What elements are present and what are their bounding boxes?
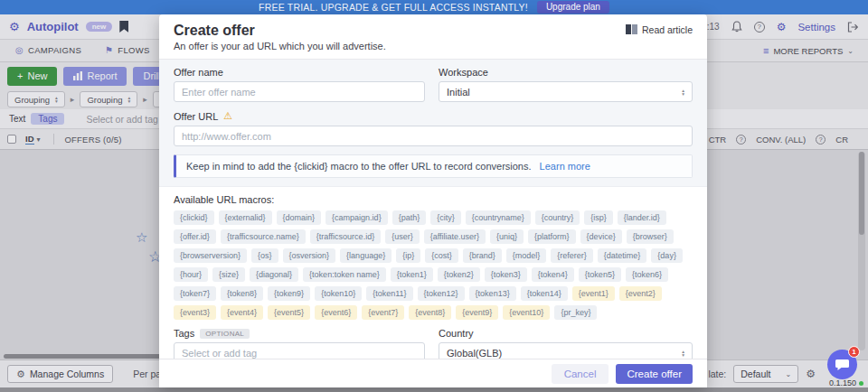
macro-chip[interactable]: {token12} — [418, 286, 465, 301]
macro-chip[interactable]: {token1} — [391, 267, 433, 282]
tags-country-row: Tags OPTIONAL Country Global(GLB) ▴▾ — [174, 328, 693, 359]
macro-chip[interactable]: {event10} — [503, 305, 550, 320]
macro-chip[interactable]: {token6} — [626, 267, 668, 282]
select-arrows-icon: ▴▾ — [682, 89, 684, 96]
macro-chip[interactable]: {ip} — [396, 248, 420, 263]
macro-chip[interactable]: {event4} — [221, 305, 263, 320]
macro-chip[interactable]: {externalid} — [219, 210, 272, 225]
macro-chip[interactable]: {osversion} — [283, 248, 336, 263]
macro-chip[interactable]: {event3} — [174, 305, 216, 320]
tags-input[interactable] — [174, 342, 425, 359]
macro-chip[interactable]: {cost} — [425, 248, 458, 263]
modal-header: Create offer An offer is your ad URL whi… — [159, 14, 707, 60]
macro-chip[interactable]: {pr_key} — [554, 305, 597, 320]
trial-banner: FREE TRIAL. UPGRADE & GET FULL ACCESS IN… — [0, 0, 868, 14]
offer-name-input[interactable] — [174, 81, 425, 102]
macro-chip[interactable]: {token3} — [485, 267, 527, 282]
cancel-button[interactable]: Cancel — [552, 364, 609, 384]
macro-chip[interactable]: {hour} — [174, 267, 208, 282]
macro-chip[interactable]: {uniq} — [490, 229, 524, 244]
workspace-select[interactable]: Initial ▴▾ — [439, 81, 693, 102]
macro-chip[interactable]: {countryname} — [466, 210, 531, 225]
upgrade-plan-button[interactable]: Upgrade plan — [537, 1, 609, 14]
macro-chip[interactable]: {clickid} — [174, 210, 214, 225]
macro-chip[interactable]: {trafficsource.id} — [310, 229, 381, 244]
macro-chip[interactable]: {event1} — [572, 286, 615, 301]
macro-chip[interactable]: {affiliate.user} — [424, 229, 486, 244]
macro-chip[interactable]: {token5} — [579, 267, 621, 282]
trial-message: FREE TRIAL. UPGRADE & GET FULL ACCESS IN… — [259, 2, 528, 13]
macro-chip[interactable]: {size} — [212, 267, 245, 282]
screen: FREE TRIAL. UPGRADE & GET FULL ACCESS IN… — [0, 0, 868, 392]
macro-chip[interactable]: {os} — [251, 248, 278, 263]
macro-chip[interactable]: {token7} — [174, 286, 216, 301]
macro-chip[interactable]: {country} — [535, 210, 580, 225]
learn-more-link[interactable]: Learn more — [540, 161, 590, 172]
macro-chip[interactable]: {token4} — [532, 267, 574, 282]
macro-chip[interactable]: {diagonal} — [250, 267, 298, 282]
macro-chip[interactable]: {day} — [651, 248, 683, 263]
macro-chip[interactable]: {campaign.id} — [326, 210, 388, 225]
book-icon — [626, 24, 637, 34]
macro-chip[interactable]: {event8} — [409, 305, 451, 320]
macro-chip[interactable]: {event6} — [315, 305, 357, 320]
macro-chip[interactable]: {token10} — [315, 286, 362, 301]
offer-name-label: Offer name — [174, 67, 425, 78]
macro-chip[interactable]: {isp} — [584, 210, 613, 225]
macro-chip[interactable]: {offer.id} — [174, 229, 216, 244]
offer-details-section: Offer name Workspace Initial ▴▾ Offer UR… — [159, 60, 707, 187]
macro-chip[interactable]: {event2} — [619, 286, 662, 301]
macro-chip[interactable]: {event7} — [362, 305, 404, 320]
clickid-note: Keep in mind to add the {clickid} macro … — [174, 154, 693, 178]
macro-chip[interactable]: {city} — [430, 210, 461, 225]
macro-chip[interactable]: {event9} — [456, 305, 498, 320]
macro-chip[interactable]: {platform} — [528, 229, 576, 244]
optional-badge: OPTIONAL — [200, 329, 250, 339]
macro-chip[interactable]: {token9} — [268, 286, 310, 301]
macro-chip[interactable]: {device} — [580, 229, 622, 244]
version-number: 0.1.150 — [829, 378, 856, 387]
chat-notification-badge: 1 — [848, 346, 860, 358]
macro-chip[interactable]: {event5} — [268, 305, 310, 320]
macro-chip[interactable]: {referer} — [551, 248, 593, 263]
chat-widget-button[interactable]: 1 — [827, 350, 857, 379]
macro-chip[interactable]: {language} — [340, 248, 392, 263]
macro-chip[interactable]: {brand} — [463, 248, 502, 263]
create-offer-modal: Create offer An offer is your ad URL whi… — [159, 14, 707, 387]
macro-chip[interactable]: {lander.id} — [618, 210, 666, 225]
macro-chip[interactable]: {user} — [385, 229, 420, 244]
warning-icon: ⚠ — [223, 110, 232, 122]
offer-url-label: Offer URL — [174, 111, 218, 122]
macro-chip[interactable]: {token13} — [469, 286, 516, 301]
macro-chip[interactable]: {token:token name} — [303, 267, 386, 282]
create-offer-button[interactable]: Create offer — [616, 364, 693, 384]
version-indicator: 0.1.150 — [829, 378, 863, 387]
modal-body: Offer name Workspace Initial ▴▾ Offer UR… — [159, 60, 707, 359]
country-select[interactable]: Global(GLB) ▴▾ — [439, 342, 693, 359]
status-dot — [859, 381, 863, 386]
country-select-value: Global(GLB) — [447, 348, 502, 359]
country-label: Country — [439, 328, 693, 339]
macro-chip[interactable]: {token2} — [438, 267, 480, 282]
clickid-note-text: Keep in mind to add the {clickid} macro … — [186, 161, 532, 172]
macro-chip[interactable]: {browserversion} — [174, 248, 247, 263]
macro-chip[interactable]: {browser} — [627, 229, 674, 244]
read-article-label: Read article — [642, 24, 693, 35]
macro-chip[interactable]: {token8} — [221, 286, 263, 301]
macros-list: {clickid}{externalid}{domain}{campaign.i… — [174, 210, 693, 320]
macro-chip[interactable]: {token11} — [366, 286, 412, 301]
modal-footer: Cancel Create offer — [159, 359, 707, 387]
macro-chip[interactable]: {domain} — [277, 210, 322, 225]
macro-chip[interactable]: {trafficsource.name} — [221, 229, 306, 244]
workspace-label: Workspace — [439, 67, 693, 78]
modal-title: Create offer — [174, 23, 386, 39]
macro-chip[interactable]: {path} — [392, 210, 427, 225]
macro-chip[interactable]: {model} — [506, 248, 547, 263]
read-article-link[interactable]: Read article — [626, 23, 693, 51]
macros-label: Available URL macros: — [174, 194, 693, 205]
macro-chip[interactable]: {datetime} — [598, 248, 647, 263]
macro-chip[interactable]: {token14} — [521, 286, 568, 301]
offer-url-input[interactable] — [174, 126, 693, 146]
workspace-select-value: Initial — [447, 87, 470, 98]
macros-section: Available URL macros: {clickid}{external… — [159, 187, 707, 359]
